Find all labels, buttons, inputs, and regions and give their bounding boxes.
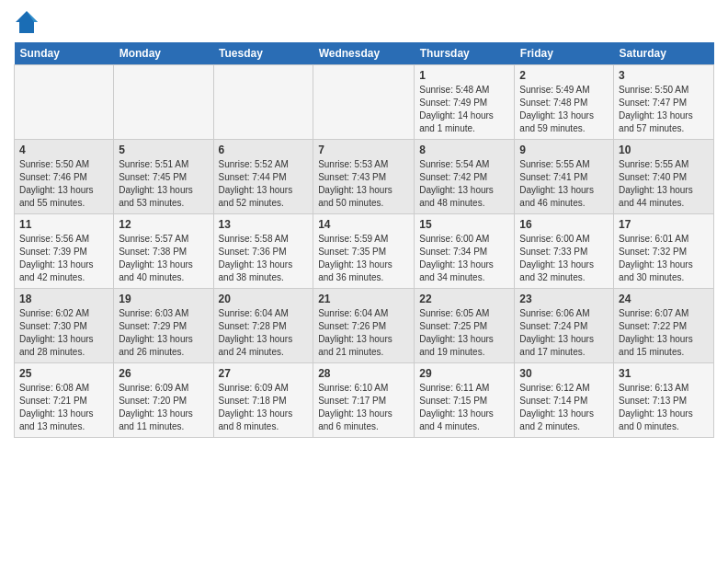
day-header-tuesday: Tuesday [213,42,313,65]
day-info: Sunrise: 5:49 AM Sunset: 7:48 PM Dayligh… [519,84,609,135]
day-number: 7 [318,144,409,156]
day-cell: 15Sunrise: 6:00 AM Sunset: 7:34 PM Dayli… [415,214,515,289]
day-info: Sunrise: 6:10 AM Sunset: 7:17 PM Dayligh… [318,382,409,433]
day-cell: 10Sunrise: 5:55 AM Sunset: 7:40 PM Dayli… [614,140,714,214]
day-info: Sunrise: 6:04 AM Sunset: 7:28 PM Dayligh… [219,307,309,359]
day-cell [213,65,313,140]
day-info: Sunrise: 5:58 AM Sunset: 7:36 PM Dayligh… [219,233,309,284]
day-info: Sunrise: 5:57 AM Sunset: 7:38 PM Dayligh… [119,233,208,284]
day-cell: 23Sunrise: 6:06 AM Sunset: 7:24 PM Dayli… [515,289,614,363]
day-cell: 16Sunrise: 6:00 AM Sunset: 7:33 PM Dayli… [515,214,614,289]
day-number: 27 [219,367,309,380]
day-cell: 20Sunrise: 6:04 AM Sunset: 7:28 PM Dayli… [213,289,313,363]
day-number: 6 [219,144,309,156]
day-info: Sunrise: 5:54 AM Sunset: 7:42 PM Dayligh… [419,158,509,210]
day-info: Sunrise: 5:52 AM Sunset: 7:44 PM Dayligh… [219,158,309,210]
day-cell [313,65,415,140]
day-cell: 2Sunrise: 5:49 AM Sunset: 7:48 PM Daylig… [515,65,614,140]
day-cell: 14Sunrise: 5:59 AM Sunset: 7:35 PM Dayli… [313,214,415,289]
day-number: 19 [119,293,208,305]
day-cell: 30Sunrise: 6:12 AM Sunset: 7:14 PM Dayli… [515,363,614,438]
day-info: Sunrise: 6:01 AM Sunset: 7:32 PM Dayligh… [619,233,709,284]
day-number: 29 [419,367,509,380]
day-number: 23 [519,293,609,305]
day-cell: 5Sunrise: 5:51 AM Sunset: 7:45 PM Daylig… [114,140,213,214]
day-cell: 7Sunrise: 5:53 AM Sunset: 7:43 PM Daylig… [313,140,415,214]
day-cell: 29Sunrise: 6:11 AM Sunset: 7:15 PM Dayli… [415,363,515,438]
day-number: 3 [619,69,709,82]
day-number: 8 [419,144,509,156]
day-info: Sunrise: 5:59 AM Sunset: 7:35 PM Dayligh… [318,233,409,284]
day-number: 31 [619,367,709,380]
logo [14,9,43,35]
day-number: 20 [219,293,309,305]
day-header-thursday: Thursday [415,42,515,65]
day-number: 26 [119,367,208,380]
week-row-3: 11Sunrise: 5:56 AM Sunset: 7:39 PM Dayli… [15,214,714,289]
day-header-monday: Monday [114,42,213,65]
day-number: 30 [519,367,609,380]
week-row-1: 1Sunrise: 5:48 AM Sunset: 7:49 PM Daylig… [15,65,714,140]
day-info: Sunrise: 6:05 AM Sunset: 7:25 PM Dayligh… [419,307,509,359]
day-cell: 12Sunrise: 5:57 AM Sunset: 7:38 PM Dayli… [114,214,213,289]
day-cell: 6Sunrise: 5:52 AM Sunset: 7:44 PM Daylig… [213,140,313,214]
day-cell: 18Sunrise: 6:02 AM Sunset: 7:30 PM Dayli… [15,289,114,363]
day-cell: 28Sunrise: 6:10 AM Sunset: 7:17 PM Dayli… [313,363,415,438]
day-cell [114,65,213,140]
day-number: 24 [619,293,709,305]
day-info: Sunrise: 6:03 AM Sunset: 7:29 PM Dayligh… [119,307,208,359]
day-info: Sunrise: 5:55 AM Sunset: 7:40 PM Dayligh… [619,158,709,210]
day-number: 21 [318,293,409,305]
day-number: 14 [318,218,409,231]
day-info: Sunrise: 6:04 AM Sunset: 7:26 PM Dayligh… [318,307,409,359]
day-info: Sunrise: 6:06 AM Sunset: 7:24 PM Dayligh… [519,307,609,359]
day-header-saturday: Saturday [614,42,714,65]
days-header-row: SundayMondayTuesdayWednesdayThursdayFrid… [15,42,714,65]
day-info: Sunrise: 6:11 AM Sunset: 7:15 PM Dayligh… [419,382,509,433]
day-cell: 21Sunrise: 6:04 AM Sunset: 7:26 PM Dayli… [313,289,415,363]
day-number: 9 [519,144,609,156]
day-cell: 8Sunrise: 5:54 AM Sunset: 7:42 PM Daylig… [415,140,515,214]
day-number: 15 [419,218,509,231]
day-cell: 1Sunrise: 5:48 AM Sunset: 7:49 PM Daylig… [415,65,515,140]
calendar-table: SundayMondayTuesdayWednesdayThursdayFrid… [14,42,714,438]
day-info: Sunrise: 5:48 AM Sunset: 7:49 PM Dayligh… [419,84,509,135]
day-info: Sunrise: 6:08 AM Sunset: 7:21 PM Dayligh… [19,382,108,433]
day-cell: 19Sunrise: 6:03 AM Sunset: 7:29 PM Dayli… [114,289,213,363]
day-cell: 17Sunrise: 6:01 AM Sunset: 7:32 PM Dayli… [614,214,714,289]
day-info: Sunrise: 5:55 AM Sunset: 7:41 PM Dayligh… [519,158,609,210]
day-number: 22 [419,293,509,305]
day-number: 5 [119,144,208,156]
day-info: Sunrise: 6:09 AM Sunset: 7:18 PM Dayligh… [219,382,309,433]
day-info: Sunrise: 6:02 AM Sunset: 7:30 PM Dayligh… [19,307,108,359]
day-number: 11 [19,218,108,231]
day-number: 13 [219,218,309,231]
day-cell [15,65,114,140]
day-info: Sunrise: 6:07 AM Sunset: 7:22 PM Dayligh… [619,307,709,359]
day-info: Sunrise: 5:50 AM Sunset: 7:47 PM Dayligh… [619,84,709,135]
day-number: 25 [19,367,108,380]
day-cell: 22Sunrise: 6:05 AM Sunset: 7:25 PM Dayli… [415,289,515,363]
day-cell: 24Sunrise: 6:07 AM Sunset: 7:22 PM Dayli… [614,289,714,363]
day-info: Sunrise: 5:56 AM Sunset: 7:39 PM Dayligh… [19,233,108,284]
day-cell: 25Sunrise: 6:08 AM Sunset: 7:21 PM Dayli… [15,363,114,438]
day-header-sunday: Sunday [15,42,114,65]
day-cell: 31Sunrise: 6:13 AM Sunset: 7:13 PM Dayli… [614,363,714,438]
day-info: Sunrise: 6:00 AM Sunset: 7:34 PM Dayligh… [419,233,509,284]
day-info: Sunrise: 6:09 AM Sunset: 7:20 PM Dayligh… [119,382,208,433]
day-number: 28 [318,367,409,380]
week-row-4: 18Sunrise: 6:02 AM Sunset: 7:30 PM Dayli… [15,289,714,363]
day-number: 1 [419,69,509,82]
day-cell: 4Sunrise: 5:50 AM Sunset: 7:46 PM Daylig… [15,140,114,214]
day-header-friday: Friday [515,42,614,65]
page-header [14,9,714,35]
day-cell: 3Sunrise: 5:50 AM Sunset: 7:47 PM Daylig… [614,65,714,140]
day-cell: 27Sunrise: 6:09 AM Sunset: 7:18 PM Dayli… [213,363,313,438]
week-row-5: 25Sunrise: 6:08 AM Sunset: 7:21 PM Dayli… [15,363,714,438]
week-row-2: 4Sunrise: 5:50 AM Sunset: 7:46 PM Daylig… [15,140,714,214]
logo-icon [14,9,40,35]
day-cell: 13Sunrise: 5:58 AM Sunset: 7:36 PM Dayli… [213,214,313,289]
day-number: 4 [19,144,108,156]
day-header-wednesday: Wednesday [313,42,415,65]
day-number: 12 [119,218,208,231]
